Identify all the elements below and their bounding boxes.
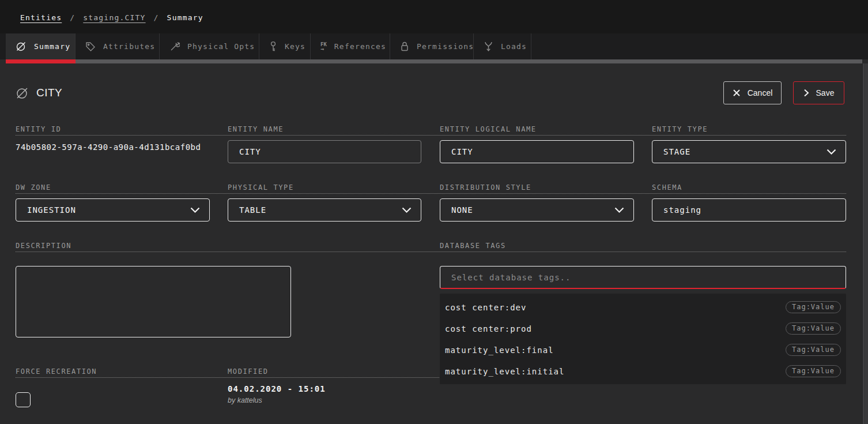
tab-label: Loads (501, 42, 527, 51)
tag-option[interactable]: maturity_level:initial Tag:Value (440, 361, 846, 382)
tag-option[interactable]: cost center:dev Tag:Value (440, 297, 846, 318)
entity-type-select[interactable]: STAGE (652, 140, 846, 163)
key-icon (269, 41, 277, 52)
schema-input[interactable] (652, 198, 846, 222)
breadcrumb-current: Summary (167, 13, 203, 22)
row-divider (16, 252, 846, 252)
modified-by: by kattelus (228, 396, 262, 404)
tag-value-badge: Tag:Value (786, 344, 841, 356)
tab-attributes[interactable]: Attributes (76, 33, 160, 59)
tab-summary[interactable]: Summary (6, 33, 76, 59)
topbar: Entities / staging.CITY / Summary (0, 0, 868, 33)
tab-physical-opts[interactable]: Physical Opts (160, 33, 259, 59)
entity-icon (16, 41, 27, 52)
tab-label: Physical Opts (187, 42, 255, 51)
entity-logical-name-label: ENTITY LOGICAL NAME (440, 125, 537, 133)
entity-name-input[interactable] (228, 140, 421, 163)
cancel-button[interactable]: Cancel (723, 81, 782, 104)
tab-label: References (334, 42, 386, 51)
description-label: DESCRIPTION (16, 242, 71, 250)
active-tab-indicator (6, 59, 76, 63)
tab-loads[interactable]: Loads (474, 33, 531, 59)
force-recreation-label: FORCE RECREATION (16, 367, 97, 376)
force-recreation-checkbox[interactable] (16, 392, 31, 407)
dw-zone-value: INGESTION (27, 205, 76, 215)
chevron-down-icon (190, 207, 200, 213)
chevron-down-icon (614, 207, 624, 213)
database-tags-label: DATABASE TAGS (440, 242, 506, 250)
modified-timestamp: 04.02.2020 - 15:01 (228, 384, 326, 393)
fk-icon: FK→ (320, 42, 327, 51)
page-title: CITY (36, 87, 62, 99)
database-tags-dropdown: cost center:dev Tag:Value cost center:pr… (440, 294, 846, 384)
tag-value-badge: Tag:Value (786, 322, 841, 335)
physical-type-label: PHYSICAL TYPE (228, 183, 294, 192)
schema-label: SCHEMA (652, 183, 682, 192)
schema-field[interactable] (663, 199, 835, 221)
entity-name-field[interactable] (239, 141, 410, 163)
chevron-down-icon (827, 149, 836, 155)
chevron-right-icon (803, 89, 809, 97)
chevron-down-icon (402, 207, 412, 213)
description-textarea[interactable] (16, 266, 291, 337)
physical-type-value: TABLE (239, 205, 266, 215)
scrollbar-thumb[interactable] (863, 63, 868, 424)
entity-logical-name-field[interactable] (451, 141, 622, 163)
entity-id-label: ENTITY ID (16, 125, 61, 133)
modified-label: MODIFIED (228, 367, 269, 376)
entity-summary-page: Entities / staging.CITY / Summary Summar… (0, 0, 868, 424)
wrench-icon (169, 42, 180, 52)
distribution-style-select[interactable]: NONE (440, 198, 634, 222)
tab-label: Keys (285, 42, 305, 51)
vertical-scrollbar[interactable] (862, 63, 868, 424)
tab-label: Permissions (417, 42, 474, 51)
row-divider (16, 193, 846, 194)
database-tags-field[interactable] (451, 267, 835, 288)
tab-bar: Summary Attributes Physical Opts (0, 33, 868, 59)
tag-icon (85, 42, 96, 52)
distribution-style-label: DISTRIBUTION STYLE (440, 183, 531, 192)
tab-references[interactable]: FK→ References (311, 33, 390, 59)
breadcrumb-separator: / (70, 13, 75, 22)
dw-zone-select[interactable]: INGESTION (16, 198, 210, 222)
lock-icon (400, 41, 409, 52)
entity-name-label: ENTITY NAME (228, 125, 284, 133)
breadcrumb-entities-link[interactable]: Entities (20, 13, 62, 22)
entity-type-label: ENTITY TYPE (652, 125, 708, 133)
tab-permissions[interactable]: Permissions (390, 33, 474, 59)
merge-icon (484, 41, 493, 52)
tab-label: Summary (34, 42, 70, 51)
close-icon (733, 89, 741, 97)
tag-option[interactable]: maturity_level:final Tag:Value (440, 339, 846, 361)
breadcrumb-separator: / (154, 13, 159, 22)
content-area: CITY Cancel Save ENTITY ID ENTITY NAME E… (0, 63, 868, 424)
distribution-style-value: NONE (451, 205, 473, 215)
tab-label: Attributes (103, 42, 155, 51)
tab-keys[interactable]: Keys (259, 33, 311, 59)
entity-logical-name-input[interactable] (440, 140, 634, 163)
tag-value-badge: Tag:Value (786, 301, 841, 313)
physical-type-select[interactable]: TABLE (228, 198, 421, 222)
tabbar-scroll-track[interactable] (76, 59, 862, 63)
entity-type-value: STAGE (663, 147, 690, 156)
tag-value-badge: Tag:Value (786, 365, 841, 377)
row-divider (16, 135, 846, 136)
breadcrumb-entity-link[interactable]: staging.CITY (83, 13, 145, 22)
tag-option[interactable]: cost center:prod Tag:Value (440, 318, 846, 339)
entity-icon (16, 87, 29, 100)
entity-id-value: 74b05802-597a-4290-a90a-4d131bcaf0bd (16, 142, 201, 152)
database-tags-input[interactable] (440, 266, 846, 289)
breadcrumb: Entities / staging.CITY / Summary (20, 13, 203, 22)
save-button[interactable]: Save (793, 81, 844, 104)
dw-zone-label: DW ZONE (16, 183, 51, 192)
